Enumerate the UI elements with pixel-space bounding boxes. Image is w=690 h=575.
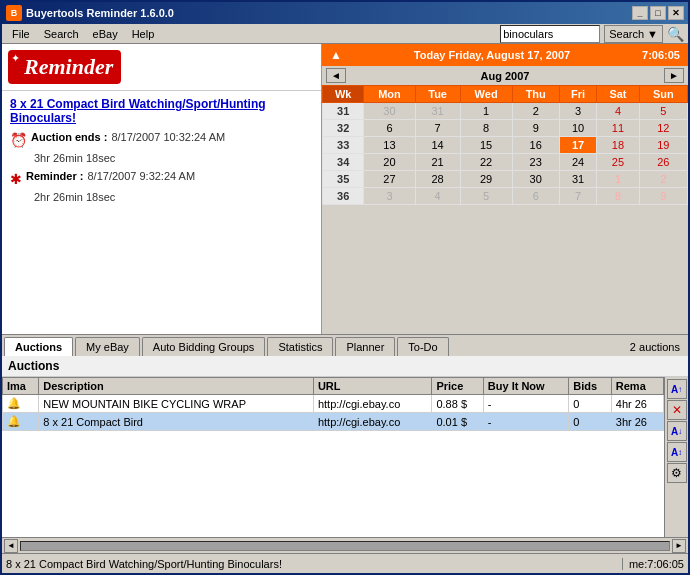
search-input[interactable] [500, 25, 600, 43]
scroll-left-button[interactable]: ◄ [4, 539, 18, 553]
scroll-right-button[interactable]: ► [672, 539, 686, 553]
titlebar-buttons: _ □ ✕ [632, 6, 684, 20]
calendar-day[interactable]: 27 [364, 171, 415, 188]
calendar-day[interactable]: 16 [512, 137, 559, 154]
menu-ebay[interactable]: eBay [87, 26, 124, 42]
calendar-day[interactable]: 31 [415, 103, 460, 120]
calendar-day[interactable]: 24 [559, 154, 596, 171]
week-number: 36 [323, 188, 364, 205]
col-header-wed: Wed [460, 86, 512, 103]
calendar-day[interactable]: 7 [559, 188, 596, 205]
calendar-day[interactable]: 30 [364, 103, 415, 120]
calendar-day[interactable]: 8 [460, 120, 512, 137]
main-window: B Buyertools Reminder 1.6.0.0 _ □ ✕ File… [0, 0, 690, 575]
col-header-wk: Wk [323, 86, 364, 103]
calendar-day[interactable]: 14 [415, 137, 460, 154]
reminder-value: 8/17/2007 9:32:24 AM [87, 170, 195, 182]
search-area: Search ▼ 🔍 [500, 25, 684, 43]
cell-description: NEW MOUNTAIN BIKE CYCLING WRAP [39, 395, 314, 413]
calendar-day[interactable]: 4 [597, 103, 639, 120]
cell-url: http://cgi.ebay.co [313, 395, 432, 413]
calendar-day[interactable]: 21 [415, 154, 460, 171]
calendar-day[interactable]: 17 [559, 137, 596, 154]
calendar-day[interactable]: 12 [639, 120, 687, 137]
toolbar-btn-2[interactable]: A↓ [667, 421, 687, 441]
cell-buy-now: - [483, 413, 568, 431]
calendar-day[interactable]: 18 [597, 137, 639, 154]
logo: ✦ Reminder [8, 50, 121, 84]
horizontal-scrollbar[interactable]: ◄ ► [2, 537, 688, 553]
auction-title[interactable]: 8 x 21 Compact Bird Watching/Sport/Hunti… [10, 97, 313, 125]
prev-month-button[interactable]: ◄ [326, 68, 346, 83]
calendar-day[interactable]: 1 [597, 171, 639, 188]
table-row[interactable]: 🔔8 x 21 Compact Birdhttp://cgi.ebay.co0.… [3, 413, 664, 431]
calendar-day[interactable]: 13 [364, 137, 415, 154]
table-row[interactable]: 🔔NEW MOUNTAIN BIKE CYCLING WRAPhttp://cg… [3, 395, 664, 413]
next-month-button[interactable]: ► [664, 68, 684, 83]
auction-ends-value: 8/17/2007 10:32:24 AM [111, 131, 225, 143]
cell-buy-now: - [483, 395, 568, 413]
calendar-day[interactable]: 2 [639, 171, 687, 188]
calendar-day[interactable]: 5 [460, 188, 512, 205]
scroll-track[interactable] [20, 541, 670, 551]
maximize-button[interactable]: □ [650, 6, 666, 20]
calendar-day[interactable]: 23 [512, 154, 559, 171]
search-icon[interactable]: 🔍 [667, 26, 684, 42]
calendar-day[interactable]: 26 [639, 154, 687, 171]
tab-my-ebay[interactable]: My eBay [75, 337, 140, 356]
menu-file[interactable]: File [6, 26, 36, 42]
toolbar-btn-3[interactable]: A↕ [667, 442, 687, 462]
calendar-day[interactable]: 6 [364, 120, 415, 137]
calendar-day[interactable]: 30 [512, 171, 559, 188]
calendar-day[interactable]: 9 [639, 188, 687, 205]
week-number: 31 [323, 103, 364, 120]
calendar-day[interactable]: 2 [512, 103, 559, 120]
calendar-day[interactable]: 8 [597, 188, 639, 205]
table-wrapper[interactable]: Ima Description URL Price Buy It Now Bid… [2, 377, 664, 537]
menu-help[interactable]: Help [126, 26, 161, 42]
toolbar-btn-1[interactable]: A↑ [667, 379, 687, 399]
calendar-day[interactable]: 9 [512, 120, 559, 137]
cell-bids: 0 [569, 395, 612, 413]
table-area: Ima Description URL Price Buy It Now Bid… [2, 377, 688, 537]
toolbar-btn-settings[interactable]: ⚙ [667, 463, 687, 483]
calendar-day[interactable]: 7 [415, 120, 460, 137]
calendar-day[interactable]: 5 [639, 103, 687, 120]
tab-planner[interactable]: Planner [335, 337, 395, 356]
tab-to-do[interactable]: To-Do [397, 337, 448, 356]
tab-auto-bidding[interactable]: Auto Bidding Groups [142, 337, 266, 356]
calendar-day[interactable]: 1 [460, 103, 512, 120]
calendar-day[interactable]: 3 [364, 188, 415, 205]
close-button[interactable]: ✕ [668, 6, 684, 20]
calendar-time: 7:06:05 [642, 49, 680, 61]
cell-ima: 🔔 [3, 395, 39, 413]
calendar-day[interactable]: 20 [364, 154, 415, 171]
nav-arrow-up[interactable]: ▲ [330, 48, 342, 62]
cell-url: http://cgi.ebay.co [313, 413, 432, 431]
logo-text: Reminder [16, 54, 113, 79]
calendar-day[interactable]: 19 [639, 137, 687, 154]
minimize-button[interactable]: _ [632, 6, 648, 20]
statusbar: 8 x 21 Compact Bird Watching/Sport/Hunti… [2, 553, 688, 573]
calendar-day[interactable]: 31 [559, 171, 596, 188]
tab-statistics[interactable]: Statistics [267, 337, 333, 356]
auctions-section: Auctions Ima Description URL Price Buy I… [2, 356, 688, 553]
calendar-day[interactable]: 29 [460, 171, 512, 188]
cell-ima: 🔔 [3, 413, 39, 431]
calendar-day[interactable]: 22 [460, 154, 512, 171]
calendar-day[interactable]: 25 [597, 154, 639, 171]
toolbar-btn-delete[interactable]: ✕ [667, 400, 687, 420]
calendar-day[interactable]: 11 [597, 120, 639, 137]
week-number: 33 [323, 137, 364, 154]
calendar-day[interactable]: 4 [415, 188, 460, 205]
search-button[interactable]: Search ▼ [604, 25, 663, 43]
calendar-day[interactable]: 15 [460, 137, 512, 154]
calendar-day[interactable]: 28 [415, 171, 460, 188]
calendar-day[interactable]: 10 [559, 120, 596, 137]
window-title: Buyertools Reminder 1.6.0.0 [26, 7, 174, 19]
menu-search[interactable]: Search [38, 26, 85, 42]
calendar-day[interactable]: 3 [559, 103, 596, 120]
week-number: 35 [323, 171, 364, 188]
tab-auctions[interactable]: Auctions [4, 337, 73, 356]
calendar-day[interactable]: 6 [512, 188, 559, 205]
